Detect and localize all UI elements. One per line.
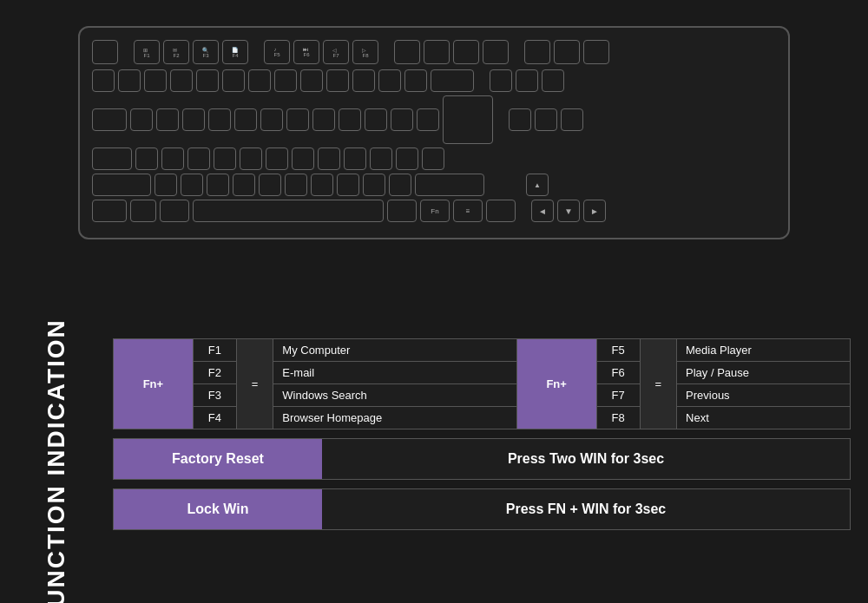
key-3	[170, 69, 193, 92]
fn-right-f6-action: Play / Pause	[677, 362, 851, 384]
key-end	[535, 108, 557, 131]
key-comma	[337, 174, 359, 196]
key-menu: ≡	[453, 200, 483, 222]
key-a	[135, 147, 158, 170]
fn-right-f7-key: F7	[596, 384, 640, 407]
key-z	[155, 174, 177, 196]
key-minus	[378, 69, 401, 92]
key-period	[363, 174, 385, 196]
key-e	[182, 108, 205, 131]
lock-win-label: Lock Win	[114, 489, 322, 529]
key-fn: Fn	[420, 200, 450, 222]
key-quote	[396, 147, 418, 170]
key-f7: ◁F7	[323, 40, 349, 64]
key-h	[266, 147, 288, 170]
key-semicolon	[370, 147, 392, 170]
key-pgdn	[561, 108, 583, 131]
key-backspace	[431, 69, 474, 92]
key-lbracket	[391, 108, 413, 131]
key-f1: ⊞F1	[134, 40, 160, 64]
key-5	[222, 69, 245, 92]
key-backslash	[422, 147, 444, 170]
key-pgup	[542, 69, 564, 92]
keyboard-diagram: ⊞F1 ✉F2 🔍F3 📄F4 ♪F5 ⏭F6 ◁F7 ▷F8	[78, 26, 790, 239]
key-g	[240, 147, 262, 170]
key-scrlk	[554, 40, 580, 64]
key-q	[130, 108, 153, 131]
key-n	[285, 174, 307, 196]
fn-left-f2-action: E-mail	[273, 362, 516, 384]
key-r	[208, 108, 231, 131]
key-u	[286, 108, 309, 131]
key-ralt	[387, 200, 417, 222]
key-t	[234, 108, 257, 131]
key-l	[344, 147, 366, 170]
key-j	[292, 147, 314, 170]
key-lctrl	[92, 200, 127, 222]
key-del	[509, 108, 531, 131]
key-enter	[443, 95, 493, 144]
key-f12	[483, 40, 509, 64]
factory-reset-row: Factory Reset Press Two WIN for 3sec	[113, 438, 851, 480]
function-indication-section: Fn+ F1 = My Computer Fn+ F5 = Media Play…	[113, 338, 851, 586]
fn-left-f4-action: Browser Homepage	[273, 407, 516, 429]
key-c	[207, 174, 229, 196]
key-up: ▲	[526, 174, 549, 196]
fn-left-equals: =	[236, 339, 273, 429]
fn-left-label: Fn+	[114, 339, 194, 429]
key-equals	[404, 69, 427, 92]
key-b	[259, 174, 281, 196]
key-slash	[389, 174, 411, 196]
key-7	[274, 69, 297, 92]
factory-reset-value: Press Two WIN for 3sec	[322, 439, 850, 479]
key-6	[248, 69, 271, 92]
key-f6: ⏭F6	[293, 40, 319, 64]
function-table: Fn+ F1 = My Computer Fn+ F5 = Media Play…	[113, 338, 851, 429]
key-f11	[453, 40, 479, 64]
key-tilde	[92, 69, 115, 92]
key-capslock	[92, 147, 132, 170]
fn-right-f5-key: F5	[596, 339, 640, 362]
keyboard-section: ⊞F1 ✉F2 🔍F3 📄F4 ♪F5 ⏭F6 ◁F7 ▷F8	[0, 0, 868, 257]
key-f8: ▷F8	[352, 40, 378, 64]
key-x	[181, 174, 203, 196]
key-0	[352, 69, 375, 92]
key-f	[214, 147, 236, 170]
key-o	[339, 108, 361, 131]
key-8	[300, 69, 323, 92]
key-s	[161, 147, 184, 170]
key-i	[312, 108, 335, 131]
key-down: ▼	[557, 200, 580, 222]
factory-reset-label: Factory Reset	[114, 439, 322, 479]
key-rctrl	[486, 200, 516, 222]
key-k	[318, 147, 340, 170]
key-prtsc	[524, 40, 550, 64]
fn-right-f8-key: F8	[596, 407, 640, 429]
key-tab	[92, 108, 127, 131]
key-4	[196, 69, 219, 92]
key-w	[156, 108, 179, 131]
fn-left-f3-action: Windows Search	[273, 384, 516, 407]
fn-right-f6-key: F6	[596, 362, 640, 384]
key-f5: ♪F5	[264, 40, 290, 64]
key-f2: ✉F2	[163, 40, 189, 64]
key-v	[233, 174, 255, 196]
key-lwin	[130, 200, 156, 222]
fn-left-f2-key: F2	[193, 362, 236, 384]
fn-right-equals: =	[640, 339, 677, 429]
lock-win-row: Lock Win Press FN + WIN for 3sec	[113, 488, 851, 530]
lock-win-value: Press FN + WIN for 3sec	[322, 489, 850, 529]
key-ins	[490, 69, 512, 92]
key-f3: 🔍F3	[193, 40, 219, 64]
key-p	[365, 108, 387, 131]
key-esc	[92, 40, 118, 64]
key-rbracket	[417, 108, 439, 131]
fn-right-f5-action: Media Player	[677, 339, 851, 362]
function-indication-label: Function Indication	[0, 338, 113, 603]
fn-left-f1-action: My Computer	[273, 339, 516, 362]
key-1	[118, 69, 141, 92]
key-rshift	[415, 174, 484, 196]
key-m	[311, 174, 333, 196]
key-lalt	[160, 200, 189, 222]
key-f4: 📄F4	[222, 40, 248, 64]
